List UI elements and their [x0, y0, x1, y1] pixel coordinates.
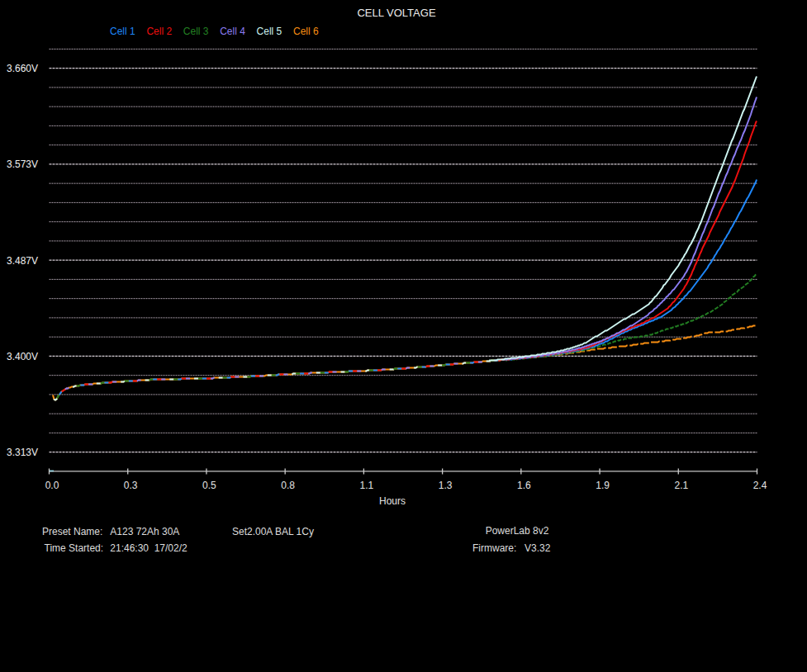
svg-text:Set2.00A BAL 1Cy: Set2.00A BAL 1Cy: [232, 526, 314, 537]
svg-text:21:46:30 17/02/2: 21:46:30 17/02/2: [110, 542, 188, 554]
svg-text:3.660V: 3.660V: [7, 63, 38, 74]
svg-text:Firmware:: Firmware:: [472, 542, 516, 554]
svg-text:CELL VOLTAGE: CELL VOLTAGE: [357, 7, 435, 19]
svg-text:PowerLab 8v2: PowerLab 8v2: [486, 525, 549, 537]
svg-text:3.400V: 3.400V: [7, 351, 38, 362]
svg-text:Cell 2: Cell 2: [146, 26, 172, 37]
svg-text:3.573V: 3.573V: [7, 159, 38, 170]
svg-text:Hours: Hours: [379, 495, 406, 507]
svg-text:2.4: 2.4: [753, 480, 767, 491]
svg-text:0.5: 0.5: [202, 480, 216, 491]
svg-text:Time Started:: Time Started:: [45, 542, 104, 554]
svg-text:Cell 3: Cell 3: [183, 26, 209, 37]
svg-text:Cell 1: Cell 1: [110, 26, 135, 37]
svg-text:2.1: 2.1: [674, 480, 688, 491]
svg-text:1.6: 1.6: [517, 480, 531, 491]
svg-text:Cell 6: Cell 6: [293, 26, 319, 37]
svg-text:3.313V: 3.313V: [7, 447, 38, 458]
svg-text:3.487V: 3.487V: [7, 255, 38, 267]
svg-text:0.0: 0.0: [45, 480, 59, 491]
svg-text:0.3: 0.3: [124, 480, 138, 491]
svg-text:0.8: 0.8: [281, 480, 295, 491]
svg-text:Preset Name:: Preset Name:: [42, 526, 102, 537]
svg-text:Cell 5: Cell 5: [257, 26, 282, 37]
svg-text:1.1: 1.1: [360, 480, 374, 491]
svg-text:A123 72Ah 30A: A123 72Ah 30A: [110, 526, 179, 537]
svg-text:1.3: 1.3: [439, 480, 453, 491]
svg-text:1.9: 1.9: [596, 480, 610, 491]
svg-text:Cell 4: Cell 4: [220, 26, 245, 37]
svg-text:V3.32: V3.32: [525, 542, 551, 554]
